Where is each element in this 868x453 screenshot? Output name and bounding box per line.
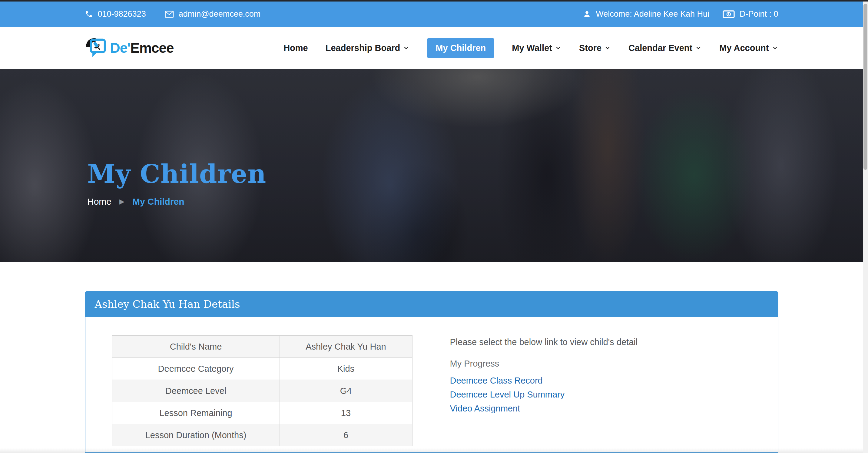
table-cell-label: Lesson Duration (Months) xyxy=(112,424,280,446)
table-cell-value: Ashley Chak Yu Han xyxy=(280,336,412,358)
table-row: Deemcee Level G4 xyxy=(112,380,412,402)
table-cell-value: G4 xyxy=(280,380,412,402)
money-bill-icon xyxy=(723,10,735,19)
child-details-card: Ashley Chak Yu Han Details Child's Name … xyxy=(85,291,778,453)
navbar: De'Emcee Home Leadership Board My Childr… xyxy=(0,27,863,69)
topbar-email: admin@deemcee.com xyxy=(165,9,261,19)
nav-item-store[interactable]: Store xyxy=(579,43,611,53)
main-content: Ashley Chak Yu Han Details Child's Name … xyxy=(0,291,863,453)
hero-banner: My Children Home ▶ My Children xyxy=(0,69,868,262)
topbar-user-group: Welcome: Adeline Kee Kah Hui D-Point : 0 xyxy=(583,9,778,19)
card-header: Ashley Chak Yu Han Details xyxy=(85,291,778,317)
phone-icon xyxy=(85,10,93,18)
topbar-dpoint-text[interactable]: D-Point : 0 xyxy=(740,9,778,19)
nav-item-my-wallet[interactable]: My Wallet xyxy=(512,43,561,53)
breadcrumb-current: My Children xyxy=(132,197,184,207)
chevron-down-icon xyxy=(695,44,702,53)
topbar-email-text[interactable]: admin@deemcee.com xyxy=(179,9,261,19)
link-deemcee-class-record[interactable]: Deemcee Class Record xyxy=(450,373,638,388)
topbar-dpoint: D-Point : 0 xyxy=(723,9,778,19)
panel-intro-text: Please select the below link to view chi… xyxy=(450,337,638,347)
link-video-assignment[interactable]: Video Assignment xyxy=(450,401,638,416)
topbar-contact-group: 010-9826323 admin@deemcee.com xyxy=(85,9,261,19)
topbar-welcome: Welcome: Adeline Kee Kah Hui xyxy=(583,9,709,19)
user-icon xyxy=(583,10,591,18)
breadcrumb-separator-icon: ▶ xyxy=(119,198,124,205)
main-menu: Home Leadership Board My Children My Wal… xyxy=(283,38,778,58)
link-deemcee-level-up-summary[interactable]: Deemcee Level Up Summary xyxy=(450,388,638,401)
logo[interactable]: De'Emcee xyxy=(85,37,174,59)
detail-links-panel: Please select the below link to view chi… xyxy=(450,337,638,416)
child-details-table: Child's Name Ashley Chak Yu Han Deemcee … xyxy=(112,335,412,446)
nav-item-home[interactable]: Home xyxy=(283,43,308,53)
table-row: Deemcee Category Kids xyxy=(112,358,412,380)
table-cell-value: Kids xyxy=(280,358,412,380)
table-row: Child's Name Ashley Chak Yu Han xyxy=(112,336,412,358)
topbar-phone: 010-9826323 xyxy=(85,9,146,19)
scrollbar-thumb[interactable] xyxy=(864,4,867,170)
topbar-welcome-text[interactable]: Welcome: Adeline Kee Kah Hui xyxy=(596,9,709,19)
nav-item-my-account[interactable]: My Account xyxy=(719,43,778,53)
breadcrumb-home[interactable]: Home xyxy=(87,197,112,207)
chevron-down-icon xyxy=(555,44,561,53)
table-cell-value: 13 xyxy=(280,402,412,424)
table-cell-label: Deemcee Category xyxy=(112,358,280,380)
nav-item-my-children[interactable]: My Children xyxy=(427,38,494,58)
table-cell-value: 6 xyxy=(280,424,412,446)
nav-item-leadership-board[interactable]: Leadership Board xyxy=(326,43,410,53)
mail-icon xyxy=(165,10,174,18)
chevron-down-icon xyxy=(604,44,611,53)
table-cell-label: Deemcee Level xyxy=(112,380,280,402)
table-cell-label: Lesson Remaining xyxy=(112,402,280,424)
logo-icon xyxy=(85,37,107,59)
table-row: Lesson Remaining 13 xyxy=(112,402,412,424)
scrollbar-track[interactable] xyxy=(863,1,868,453)
page: 010-9826323 admin@deemcee.com Welcome: A… xyxy=(0,0,868,453)
topbar-phone-text[interactable]: 010-9826323 xyxy=(98,9,146,19)
logo-text: De'Emcee xyxy=(110,40,174,56)
page-title: My Children xyxy=(87,159,266,189)
breadcrumb: Home ▶ My Children xyxy=(87,197,184,207)
panel-subtitle: My Progress xyxy=(450,359,638,369)
card-body: Child's Name Ashley Chak Yu Han Deemcee … xyxy=(85,317,778,453)
chevron-down-icon xyxy=(403,44,409,53)
topbar: 010-9826323 admin@deemcee.com Welcome: A… xyxy=(0,1,863,27)
table-cell-label: Child's Name xyxy=(112,336,280,358)
chevron-down-icon xyxy=(772,44,778,53)
table-row: Lesson Duration (Months) 6 xyxy=(112,424,412,446)
nav-item-calendar-event[interactable]: Calendar Event xyxy=(628,43,702,53)
